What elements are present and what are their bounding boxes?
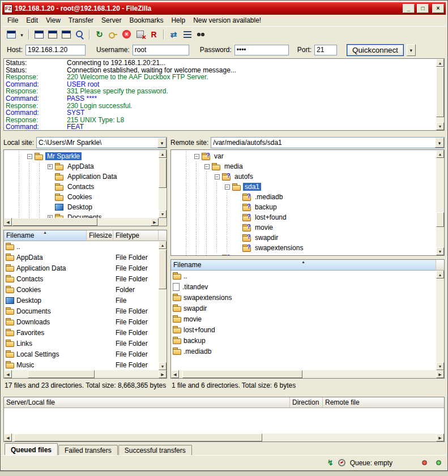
menu-file[interactable]: File — [3, 15, 22, 26]
local-list-hscrollbar[interactable] — [4, 370, 167, 378]
local-file-row[interactable]: AppDataFile Folder — [4, 252, 159, 263]
process-queue-button[interactable] — [106, 28, 120, 41]
expand-icon[interactable] — [45, 164, 55, 169]
quickconnect-dropdown-button[interactable] — [407, 44, 416, 56]
local-site-combo[interactable]: C:\Users\Mr Sparkle\ — [36, 137, 167, 148]
remote-tree-item[interactable]: .mediadb — [171, 192, 436, 202]
queue-hscrollbar[interactable] — [4, 434, 444, 441]
scroll-left-icon[interactable] — [4, 218, 12, 226]
titlebar[interactable]: 192.168.1.20 - root@192.168.1.20 - FileZ… — [2, 2, 446, 15]
remote-list-vscrollbar[interactable] — [436, 271, 444, 370]
tab-failed-transfers[interactable]: Failed transfers — [58, 445, 118, 455]
combo-dropdown-button[interactable] — [157, 138, 167, 148]
scroll-right-icon[interactable] — [436, 370, 444, 378]
scrollbar-thumb[interactable] — [14, 434, 262, 441]
menu-new-version[interactable]: New version available! — [189, 15, 265, 26]
scroll-right-icon[interactable] — [436, 434, 444, 441]
scrollbar-thumb[interactable] — [28, 370, 95, 378]
remote-file-row[interactable]: .. — [171, 271, 436, 281]
scroll-up-icon[interactable] — [159, 241, 167, 249]
local-file-row[interactable]: CookiesFolder — [4, 284, 159, 295]
refresh-button[interactable] — [93, 28, 106, 41]
remote-file-row[interactable]: swapextensions — [171, 292, 436, 303]
menu-view[interactable]: View — [42, 15, 65, 26]
remote-file-row[interactable]: backup — [171, 335, 436, 346]
local-file-row[interactable]: ContactsFile Folder — [4, 273, 159, 284]
cancel-button[interactable] — [120, 28, 133, 41]
scroll-up-icon[interactable] — [436, 150, 444, 158]
remote-tree-item[interactable]: var — [171, 151, 436, 161]
remote-tree-item[interactable]: dvd — [171, 253, 436, 255]
local-tree-item[interactable]: AppData — [4, 161, 159, 171]
local-tree-item[interactable]: Desktop — [4, 202, 159, 212]
scrollbar-thumb[interactable] — [436, 212, 444, 227]
local-file-row[interactable]: DocumentsFile Folder — [4, 306, 159, 316]
scroll-left-icon[interactable] — [4, 370, 12, 378]
scrollbar-thumb[interactable] — [436, 67, 444, 117]
speed-limit-icon[interactable] — [338, 459, 345, 466]
remote-file-row[interactable]: lost+found — [171, 324, 436, 335]
reconnect-button[interactable] — [147, 28, 160, 41]
collapse-icon[interactable] — [24, 154, 35, 159]
column-header-server-local-file[interactable]: Server/Local file — [4, 397, 290, 408]
scroll-down-icon[interactable] — [159, 362, 167, 370]
tab-queued-files[interactable]: Queued files — [5, 443, 58, 455]
local-file-row[interactable]: FavoritesFile Folder — [4, 327, 159, 338]
scrollbar-thumb[interactable] — [12, 218, 97, 226]
scroll-down-icon[interactable] — [436, 122, 444, 130]
local-tree-item[interactable]: Documents — [4, 212, 159, 218]
remote-tree-item[interactable]: media — [171, 161, 436, 171]
scroll-down-icon[interactable] — [436, 362, 444, 370]
tab-successful-transfers[interactable]: Successful transfers — [118, 445, 192, 455]
menu-bookmarks[interactable]: Bookmarks — [125, 15, 167, 26]
log-scrollbar[interactable] — [436, 59, 444, 130]
directory-listing-button[interactable] — [181, 28, 194, 41]
site-manager-dropdown-button[interactable] — [18, 28, 25, 41]
filter-button[interactable] — [194, 28, 207, 41]
column-header-filesize[interactable]: Filesize — [87, 230, 113, 241]
column-header-direction[interactable]: Direction — [290, 397, 323, 408]
local-tree-vscrollbar[interactable] — [159, 150, 167, 218]
menu-server[interactable]: Server — [97, 15, 125, 26]
combo-dropdown-button[interactable] — [435, 138, 444, 148]
scroll-up-icon[interactable] — [436, 59, 444, 67]
scroll-down-icon[interactable] — [159, 210, 167, 218]
column-header-filetype[interactable]: Filetype — [113, 230, 159, 241]
scrollbar-thumb[interactable] — [159, 158, 167, 188]
collapse-icon[interactable] — [212, 174, 222, 179]
scroll-up-icon[interactable] — [436, 271, 444, 278]
toggle-queue-view-button[interactable] — [73, 28, 86, 41]
scrollbar-thumb[interactable] — [159, 250, 167, 289]
scroll-left-icon[interactable] — [4, 434, 12, 441]
scroll-right-icon[interactable] — [151, 218, 159, 226]
menu-edit[interactable]: Edit — [22, 15, 42, 26]
local-file-row[interactable]: .. — [4, 241, 159, 252]
toggle-message-log-button[interactable] — [32, 28, 45, 41]
toggle-remote-tree-button[interactable] — [59, 28, 72, 41]
column-header-filename[interactable]: Filename — [4, 230, 87, 241]
local-file-row[interactable]: LinksFile Folder — [4, 338, 159, 349]
remote-file-row[interactable]: movie — [171, 314, 436, 324]
network-status-icon[interactable] — [327, 458, 334, 467]
local-file-row[interactable]: DownloadsFile Folder — [4, 316, 159, 327]
remote-tree-item[interactable]: swapdir — [171, 233, 436, 243]
local-file-row[interactable]: Application DataFile Folder — [4, 263, 159, 273]
remote-tree-item[interactable]: movie — [171, 222, 436, 233]
local-file-row[interactable]: MusicFile Folder — [4, 359, 159, 370]
remote-list-hscrollbar[interactable] — [171, 370, 444, 378]
remote-tree-item[interactable]: sda1 — [171, 182, 436, 192]
close-button[interactable]: × — [432, 4, 444, 13]
scroll-left-icon[interactable] — [171, 370, 179, 378]
collapse-icon[interactable] — [202, 164, 212, 169]
username-input[interactable] — [133, 45, 189, 55]
remote-file-row[interactable]: swapdir — [171, 303, 436, 314]
password-input[interactable] — [234, 45, 289, 55]
scroll-up-icon[interactable] — [159, 150, 167, 158]
collapse-icon[interactable] — [191, 154, 202, 159]
menu-transfer[interactable]: Transfer — [65, 15, 97, 26]
scrollbar-thumb[interactable] — [182, 370, 302, 378]
taskbar[interactable] — [0, 471, 448, 476]
queue-body[interactable] — [4, 408, 444, 434]
scroll-right-icon[interactable] — [159, 370, 167, 378]
maximize-button[interactable]: □ — [417, 4, 429, 13]
